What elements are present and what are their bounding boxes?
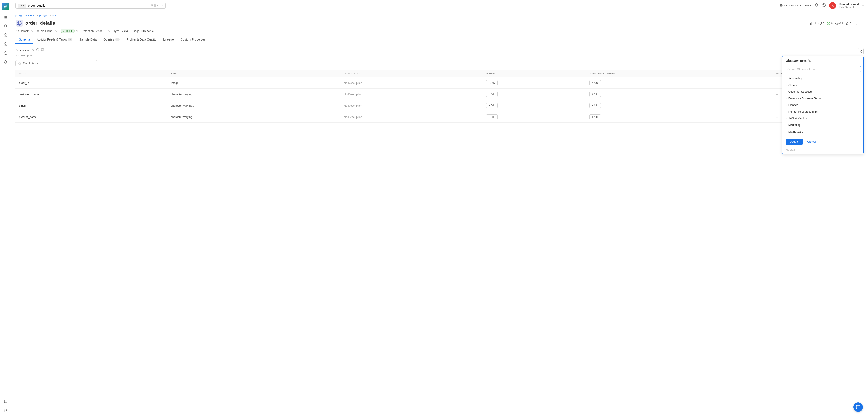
tab-custom-props[interactable]: Custom Properties xyxy=(177,36,209,44)
domain-chevron-icon: ▾ xyxy=(800,4,802,7)
glossary-search[interactable] xyxy=(782,64,864,74)
breadcrumb-item[interactable]: test xyxy=(52,14,57,17)
cancel-button[interactable]: Cancel xyxy=(805,138,818,145)
svg-point-17 xyxy=(856,22,857,23)
owner-edit-icon[interactable]: ✎ xyxy=(55,29,57,33)
lang-select[interactable]: EN ▾ xyxy=(805,4,811,7)
timer-button[interactable]: 0.3 xyxy=(835,22,843,25)
breadcrumb-item[interactable]: postgres xyxy=(39,14,49,17)
search-container[interactable]: All ▾ ⌘ K ✕ xyxy=(16,3,166,8)
like-button[interactable]: 0 xyxy=(810,22,816,25)
add-tag-button[interactable]: + Add xyxy=(486,92,498,97)
notifications-icon[interactable] xyxy=(814,3,818,8)
glossary-item-finance[interactable]: › Finance xyxy=(782,102,864,108)
search-shortcuts: ⌘ K ✕ xyxy=(150,4,163,7)
share-button[interactable] xyxy=(854,22,857,25)
glossary-item-marketing[interactable]: › Marketing xyxy=(782,122,864,128)
glossary-item-customer-success[interactable]: › Customer Success xyxy=(782,88,864,95)
description-edit-icon[interactable]: ✎ xyxy=(32,49,35,52)
update-button[interactable]: Update xyxy=(786,138,803,145)
user-avatar[interactable]: R xyxy=(829,2,836,9)
type-meta: Type: View xyxy=(114,29,128,33)
insights-icon[interactable] xyxy=(2,40,9,48)
add-glossary-button[interactable]: + Add xyxy=(589,80,601,85)
panel-toggle-button[interactable] xyxy=(858,48,864,54)
announcements-icon[interactable] xyxy=(2,58,9,66)
usage-meta: Usage: 0th pctile xyxy=(131,29,154,33)
search-icon[interactable] xyxy=(2,22,9,30)
glossary-item-hr[interactable]: › Human Resources (HR) xyxy=(782,108,864,115)
domain-select[interactable]: All Domains ▾ xyxy=(780,4,802,7)
tier-meta: ✓ Tier 1 ✎ xyxy=(61,29,79,33)
search-type-badge[interactable]: All ▾ xyxy=(18,4,26,7)
svg-rect-24 xyxy=(809,60,811,62)
glossary-item-clients[interactable]: › Clients xyxy=(782,82,864,88)
glossary-item-jetstat[interactable]: › JetStat Metrics xyxy=(782,115,864,122)
svg-point-6 xyxy=(4,409,5,410)
help-icon[interactable] xyxy=(822,3,826,8)
svg-point-19 xyxy=(856,24,857,25)
add-tag-button[interactable]: + Add xyxy=(486,103,498,108)
chatbot-button[interactable] xyxy=(854,403,863,412)
cell-type: integer xyxy=(167,77,340,89)
tier-edit-icon[interactable]: ✎ xyxy=(76,29,79,33)
svg-line-20 xyxy=(855,24,856,24)
add-glossary-button[interactable]: + Add xyxy=(589,114,601,120)
app-logo[interactable]: ≋ xyxy=(2,3,9,10)
glossary-item-myglossary[interactable]: › MyGlossary xyxy=(782,128,864,135)
svg-point-23 xyxy=(19,62,21,64)
globe-icon[interactable] xyxy=(2,49,9,57)
explore-icon[interactable] xyxy=(2,31,9,39)
cell-tags: + Add xyxy=(483,89,586,100)
user-dropdown-icon[interactable]: ▾ xyxy=(862,4,864,7)
cell-desc: No Description xyxy=(340,89,483,100)
add-tag-button[interactable]: + Add xyxy=(486,114,498,120)
tabs-bar: Schema Activity Feeds & Tasks 2 Sample D… xyxy=(11,36,868,44)
col-header-name: NAME xyxy=(16,70,167,77)
workflow-icon[interactable] xyxy=(2,407,9,414)
glossary-copy-icon[interactable] xyxy=(808,59,811,62)
table-row: product_name character varying... No Des… xyxy=(16,111,864,123)
tab-sample-data[interactable]: Sample Data xyxy=(76,36,100,44)
search-input[interactable] xyxy=(28,4,148,7)
more-options-button[interactable]: ⋮ xyxy=(860,21,864,26)
add-glossary-button[interactable]: + Add xyxy=(589,92,601,97)
tab-lineage[interactable]: Lineage xyxy=(160,36,177,44)
table-search-input[interactable] xyxy=(23,62,94,65)
glossary-item-accounting[interactable]: › Accounting xyxy=(782,75,864,82)
domain-edit-icon[interactable]: ✎ xyxy=(31,29,33,33)
retention-edit-icon[interactable]: ✎ xyxy=(108,29,110,33)
col-header-type: TYPE xyxy=(167,70,340,77)
page-content: postgres-example / postgres / test xyxy=(11,11,868,417)
api-icon[interactable] xyxy=(2,389,9,396)
breadcrumb-item[interactable]: postgres-example xyxy=(16,14,36,17)
chevron-right-icon: › xyxy=(786,97,787,100)
cell-name: email xyxy=(16,100,167,111)
share-icon xyxy=(854,22,857,25)
cell-glossary: + Add xyxy=(586,111,773,123)
add-glossary-button[interactable]: + Add xyxy=(589,103,601,108)
description-icon3[interactable] xyxy=(41,48,44,52)
search-clear-icon[interactable]: ✕ xyxy=(161,4,163,7)
add-tag-button[interactable]: + Add xyxy=(486,80,498,85)
user-info[interactable]: Rounakpreet.d Data Steward xyxy=(839,3,859,8)
tab-activity[interactable]: Activity Feeds & Tasks 2 xyxy=(33,36,76,44)
like-icon xyxy=(810,22,814,25)
star-button[interactable]: 0 xyxy=(845,22,851,25)
glossary-item-enterprise[interactable]: › Enterprise Business Terms xyxy=(782,95,864,102)
tier-badge[interactable]: ✓ Tier 1 xyxy=(61,29,75,33)
chevron-right-icon: › xyxy=(786,117,787,120)
description-icon2[interactable] xyxy=(36,48,39,52)
svg-point-13 xyxy=(37,30,39,31)
glossary-search-input[interactable] xyxy=(785,66,861,72)
chevron-right-icon: › xyxy=(786,91,787,93)
home-icon[interactable]: ⊞ xyxy=(2,13,9,21)
tab-schema[interactable]: Schema xyxy=(16,36,33,44)
col-header-description: DESCRIPTION xyxy=(340,70,483,77)
book-icon[interactable] xyxy=(2,398,9,406)
tab-profiler[interactable]: Profiler & Data Quality xyxy=(123,36,160,44)
tab-queries[interactable]: Queries 0 xyxy=(100,36,123,44)
table-search-container[interactable] xyxy=(16,60,97,66)
conversation-button[interactable]: 0 xyxy=(827,22,833,25)
dislike-button[interactable]: 0 xyxy=(818,22,824,25)
